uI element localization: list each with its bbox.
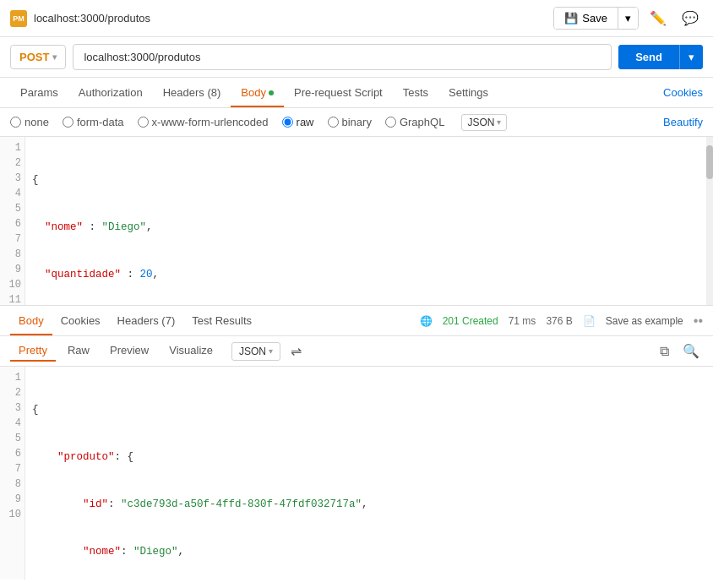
app-icon: PM (10, 10, 27, 27)
resp-mode-preview[interactable]: Preview (101, 340, 157, 362)
line-numbers: 123456789101112 (0, 137, 25, 306)
code-line: "nome" : "Diego", (32, 220, 699, 236)
send-button[interactable]: Send (618, 45, 679, 69)
comment-icon: 💬 (682, 11, 699, 25)
json-format-select[interactable]: JSON ▾ (461, 114, 507, 131)
request-code-content[interactable]: { "nome" : "Diego", "quantidade" : 20, "… (25, 137, 706, 306)
option-form-data[interactable]: form-data (63, 116, 124, 128)
method-selector[interactable]: POST ▾ (10, 45, 66, 69)
resp-mode-raw[interactable]: Raw (59, 340, 98, 362)
code-line: "quantidade" : 20, (32, 267, 699, 283)
response-bar: Body Cookies Headers (7) Test Results 🌐 … (0, 306, 713, 336)
response-code-content: { "produto": { "id": "c3de793d-a50f-4ffd… (25, 367, 713, 580)
save-example-button[interactable]: Save as example (606, 315, 683, 327)
method-label: POST (19, 51, 49, 63)
option-none[interactable]: none (10, 116, 49, 128)
send-button-group: Send ▾ (618, 45, 703, 69)
save-chevron-button[interactable]: ▾ (618, 8, 638, 29)
resp-code-line: "id": "c3de793d-a50f-4ffd-830f-47fdf0327… (32, 497, 706, 513)
resp-mode-pretty[interactable]: Pretty (10, 340, 56, 362)
code-line: { (32, 172, 699, 188)
url-input[interactable] (73, 44, 612, 70)
option-graphql[interactable]: GraphQL (385, 116, 444, 128)
cookies-link[interactable]: Cookies (663, 86, 703, 99)
body-options-bar: none form-data x-www-form-urlencoded raw… (0, 108, 713, 137)
response-status: 🌐 201 Created 71 ms 376 B 📄 Save as exam… (420, 313, 703, 329)
response-format-select[interactable]: JSON ▾ (231, 342, 280, 361)
tab-title: localhost:3000/produtos (34, 12, 547, 24)
option-urlencoded[interactable]: x-www-form-urlencoded (138, 116, 269, 128)
tab-authorization[interactable]: Authorization (68, 79, 153, 107)
tab-headers[interactable]: Headers (8) (153, 79, 231, 107)
url-bar: POST ▾ Send ▾ (0, 37, 713, 78)
resp-code-line: "produto": { (32, 449, 706, 466)
request-tabs: Params Authorization Headers (8) Body Pr… (0, 78, 713, 108)
copy-response-button[interactable]: ⧉ (656, 341, 672, 361)
chevron-down-icon: ▾ (625, 12, 631, 24)
filter-icon[interactable]: ⇌ (291, 343, 302, 359)
beautify-button[interactable]: Beautify (663, 116, 703, 128)
comment-icon-button[interactable]: 💬 (678, 6, 703, 30)
response-time: 71 ms (509, 315, 536, 327)
edit-icon-button[interactable]: ✏️ (645, 6, 671, 30)
status-code: 201 Created (443, 315, 498, 327)
resp-mode-visualize[interactable]: Visualize (161, 340, 221, 362)
more-options-icon[interactable]: •• (694, 313, 703, 329)
resp-code-line: { (32, 402, 706, 418)
search-response-button[interactable]: 🔍 (679, 341, 703, 361)
scrollbar-thumb[interactable] (706, 145, 713, 179)
method-chevron-icon: ▾ (52, 52, 57, 62)
save-button[interactable]: 💾 Save (554, 8, 618, 29)
tab-params[interactable]: Params (10, 79, 68, 107)
response-line-numbers: 12345678910 (0, 367, 25, 580)
tab-body[interactable]: Body (231, 79, 284, 107)
chevron-down-icon: ▾ (497, 117, 501, 127)
resp-tab-body[interactable]: Body (10, 308, 52, 335)
pencil-icon: ✏️ (650, 11, 667, 25)
request-body-editor[interactable]: 123456789101112 { "nome" : "Diego", "qua… (0, 137, 713, 306)
response-actions: ⧉ 🔍 (656, 341, 703, 361)
tab-tests[interactable]: Tests (393, 79, 438, 107)
tab-pre-request[interactable]: Pre-request Script (284, 79, 393, 107)
body-active-dot (269, 90, 274, 95)
response-size: 376 B (546, 315, 572, 327)
top-bar: PM localhost:3000/produtos 💾 Save ▾ ✏️ 💬 (0, 0, 713, 37)
save-button-group: 💾 Save ▾ (553, 7, 639, 30)
send-chevron-button[interactable]: ▾ (679, 45, 703, 69)
globe-icon: 🌐 (420, 315, 433, 327)
chevron-down-icon: ▾ (269, 346, 273, 356)
chevron-down-icon: ▾ (689, 51, 694, 63)
save-icon: 📄 (583, 315, 596, 327)
resp-code-line: "nome": "Diego", (32, 544, 706, 560)
option-raw[interactable]: raw (282, 116, 314, 128)
scrollbar-track[interactable] (706, 137, 713, 306)
save-icon: 💾 (564, 12, 578, 24)
option-binary[interactable]: binary (328, 116, 372, 128)
resp-tab-test-results[interactable]: Test Results (183, 308, 260, 335)
response-body-editor[interactable]: 12345678910 { "produto": { "id": "c3de79… (0, 367, 713, 580)
response-format-bar: Pretty Raw Preview Visualize JSON ▾ ⇌ ⧉ … (0, 336, 713, 367)
resp-tab-cookies[interactable]: Cookies (52, 308, 109, 335)
tab-settings[interactable]: Settings (438, 79, 498, 107)
resp-tab-headers[interactable]: Headers (7) (109, 308, 184, 335)
